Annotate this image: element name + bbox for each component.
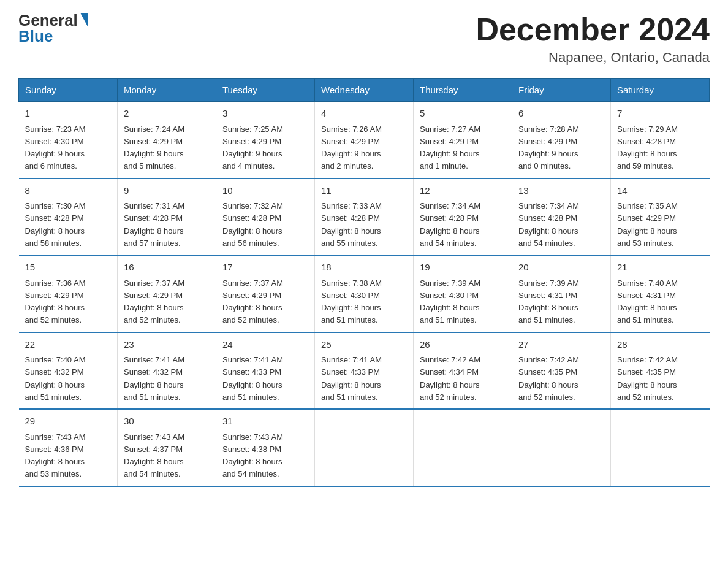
day-number: 21 [617,261,703,275]
header-row: SundayMondayTuesdayWednesdayThursdayFrid… [19,79,710,102]
day-info: Sunrise: 7:37 AMSunset: 4:29 PMDaylight:… [222,278,283,325]
calendar-cell: 7Sunrise: 7:29 AMSunset: 4:28 PMDaylight… [611,102,710,178]
calendar-cell: 28Sunrise: 7:42 AMSunset: 4:35 PMDayligh… [611,332,710,410]
day-number: 6 [518,107,604,121]
calendar-cell: 9Sunrise: 7:31 AMSunset: 4:28 PMDaylight… [118,178,216,256]
day-info: Sunrise: 7:41 AMSunset: 4:32 PMDaylight:… [124,355,184,402]
day-info: Sunrise: 7:28 AMSunset: 4:29 PMDaylight:… [518,124,579,171]
day-number: 23 [124,338,210,352]
day-info: Sunrise: 7:40 AMSunset: 4:31 PMDaylight:… [617,278,678,325]
day-info: Sunrise: 7:42 AMSunset: 4:34 PMDaylight:… [420,355,480,402]
day-info: Sunrise: 7:43 AMSunset: 4:36 PMDaylight:… [25,432,86,479]
location-subtitle: Napanee, Ontario, Canada [476,50,710,66]
day-info: Sunrise: 7:33 AMSunset: 4:28 PMDaylight:… [321,201,382,248]
calendar-cell: 31Sunrise: 7:43 AMSunset: 4:38 PMDayligh… [216,409,315,486]
header-day-thursday: Thursday [414,79,512,102]
calendar-cell: 22Sunrise: 7:40 AMSunset: 4:32 PMDayligh… [19,332,118,410]
day-info: Sunrise: 7:32 AMSunset: 4:28 PMDaylight:… [222,201,283,248]
page-header: General Blue December 2024 Napanee, Onta… [18,12,710,66]
day-number: 24 [222,338,308,352]
day-number: 29 [25,415,112,429]
day-info: Sunrise: 7:34 AMSunset: 4:28 PMDaylight:… [420,201,480,248]
calendar-cell: 19Sunrise: 7:39 AMSunset: 4:30 PMDayligh… [414,255,512,332]
day-info: Sunrise: 7:30 AMSunset: 4:28 PMDaylight:… [25,201,86,248]
calendar-cell: 16Sunrise: 7:37 AMSunset: 4:29 PMDayligh… [118,255,216,332]
calendar-cell: 17Sunrise: 7:37 AMSunset: 4:29 PMDayligh… [216,255,315,332]
day-number: 1 [25,107,112,121]
calendar-cell: 6Sunrise: 7:28 AMSunset: 4:29 PMDaylight… [512,102,611,178]
day-number: 28 [617,338,703,352]
logo-triangle-icon [80,13,88,26]
calendar-cell: 25Sunrise: 7:41 AMSunset: 4:33 PMDayligh… [315,332,414,410]
calendar-cell: 13Sunrise: 7:34 AMSunset: 4:28 PMDayligh… [512,178,611,256]
day-info: Sunrise: 7:40 AMSunset: 4:32 PMDaylight:… [25,355,86,402]
calendar-cell: 21Sunrise: 7:40 AMSunset: 4:31 PMDayligh… [611,255,710,332]
day-info: Sunrise: 7:38 AMSunset: 4:30 PMDaylight:… [321,278,382,325]
day-info: Sunrise: 7:43 AMSunset: 4:38 PMDaylight:… [222,432,283,479]
day-number: 11 [321,184,407,198]
logo-general: General [18,12,78,28]
calendar-cell: 1Sunrise: 7:23 AMSunset: 4:30 PMDaylight… [19,102,118,178]
week-row-2: 8Sunrise: 7:30 AMSunset: 4:28 PMDaylight… [19,178,710,256]
calendar-cell: 27Sunrise: 7:42 AMSunset: 4:35 PMDayligh… [512,332,611,410]
calendar-cell: 26Sunrise: 7:42 AMSunset: 4:34 PMDayligh… [414,332,512,410]
day-info: Sunrise: 7:36 AMSunset: 4:29 PMDaylight:… [25,278,86,325]
day-number: 4 [321,107,407,121]
day-number: 2 [124,107,210,121]
calendar-cell: 18Sunrise: 7:38 AMSunset: 4:30 PMDayligh… [315,255,414,332]
week-row-1: 1Sunrise: 7:23 AMSunset: 4:30 PMDaylight… [19,102,710,178]
calendar-cell: 10Sunrise: 7:32 AMSunset: 4:28 PMDayligh… [216,178,315,256]
day-info: Sunrise: 7:43 AMSunset: 4:37 PMDaylight:… [124,432,184,479]
calendar-cell: 14Sunrise: 7:35 AMSunset: 4:29 PMDayligh… [611,178,710,256]
calendar-cell: 24Sunrise: 7:41 AMSunset: 4:33 PMDayligh… [216,332,315,410]
day-number: 12 [420,184,506,198]
day-number: 25 [321,338,407,352]
calendar-cell [611,409,710,486]
calendar-cell: 4Sunrise: 7:26 AMSunset: 4:29 PMDaylight… [315,102,414,178]
day-number: 15 [25,261,112,275]
day-number: 18 [321,261,407,275]
day-info: Sunrise: 7:39 AMSunset: 4:31 PMDaylight:… [518,278,579,325]
day-number: 3 [222,107,308,121]
day-info: Sunrise: 7:26 AMSunset: 4:29 PMDaylight:… [321,124,382,171]
day-info: Sunrise: 7:27 AMSunset: 4:29 PMDaylight:… [420,124,480,171]
day-number: 13 [518,184,604,198]
calendar-cell: 2Sunrise: 7:24 AMSunset: 4:29 PMDaylight… [118,102,216,178]
calendar-cell: 30Sunrise: 7:43 AMSunset: 4:37 PMDayligh… [118,409,216,486]
logo: General Blue [18,12,88,44]
calendar-cell: 8Sunrise: 7:30 AMSunset: 4:28 PMDaylight… [19,178,118,256]
day-info: Sunrise: 7:31 AMSunset: 4:28 PMDaylight:… [124,201,184,248]
calendar-table: SundayMondayTuesdayWednesdayThursdayFrid… [18,78,710,487]
day-info: Sunrise: 7:39 AMSunset: 4:30 PMDaylight:… [420,278,480,325]
month-year-title: December 2024 [476,12,710,47]
calendar-cell: 23Sunrise: 7:41 AMSunset: 4:32 PMDayligh… [118,332,216,410]
day-info: Sunrise: 7:24 AMSunset: 4:29 PMDaylight:… [124,124,184,171]
day-number: 17 [222,261,308,275]
day-info: Sunrise: 7:37 AMSunset: 4:29 PMDaylight:… [124,278,184,325]
calendar-cell: 5Sunrise: 7:27 AMSunset: 4:29 PMDaylight… [414,102,512,178]
day-number: 10 [222,184,308,198]
header-day-monday: Monday [118,79,216,102]
header-day-sunday: Sunday [19,79,118,102]
calendar-cell [315,409,414,486]
calendar-cell: 11Sunrise: 7:33 AMSunset: 4:28 PMDayligh… [315,178,414,256]
day-number: 8 [25,184,112,198]
day-number: 7 [617,107,703,121]
week-row-5: 29Sunrise: 7:43 AMSunset: 4:36 PMDayligh… [19,409,710,486]
day-info: Sunrise: 7:41 AMSunset: 4:33 PMDaylight:… [222,355,283,402]
header-day-tuesday: Tuesday [216,79,315,102]
header-day-saturday: Saturday [611,79,710,102]
day-number: 9 [124,184,210,198]
logo-blue: Blue [18,28,53,44]
day-number: 20 [518,261,604,275]
calendar-cell: 3Sunrise: 7:25 AMSunset: 4:29 PMDaylight… [216,102,315,178]
day-number: 5 [420,107,506,121]
day-number: 26 [420,338,506,352]
day-number: 30 [124,415,210,429]
week-row-3: 15Sunrise: 7:36 AMSunset: 4:29 PMDayligh… [19,255,710,332]
calendar-cell [414,409,512,486]
calendar-cell [512,409,611,486]
day-info: Sunrise: 7:42 AMSunset: 4:35 PMDaylight:… [518,355,579,402]
week-row-4: 22Sunrise: 7:40 AMSunset: 4:32 PMDayligh… [19,332,710,410]
day-number: 16 [124,261,210,275]
